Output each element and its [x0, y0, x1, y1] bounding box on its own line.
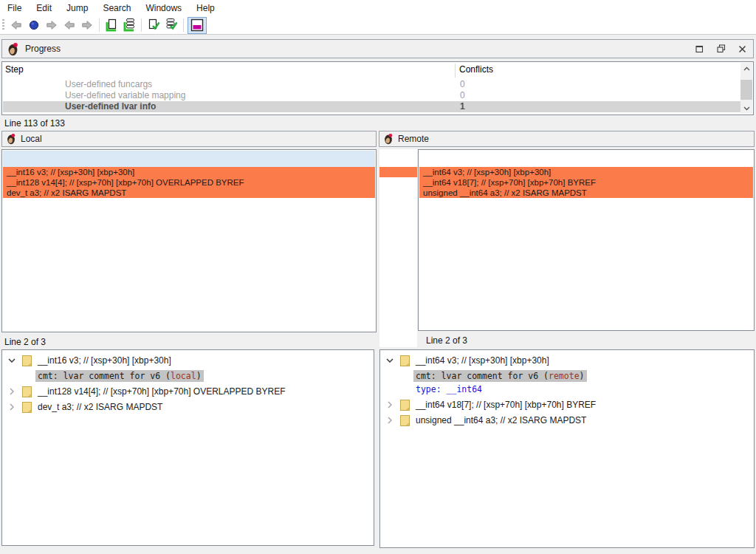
scroll-down-button[interactable] — [740, 103, 752, 114]
step-name: User-defined variable mapping — [65, 90, 185, 101]
chevron-right-icon[interactable] — [385, 400, 395, 410]
restore-button[interactable] — [713, 40, 729, 58]
menu-file[interactable]: File — [0, 1, 29, 16]
back-button[interactable] — [8, 17, 24, 33]
merge-view-toggle-button[interactable] — [188, 17, 207, 34]
chevron-down-icon[interactable] — [7, 355, 17, 366]
diff-gutter — [379, 149, 417, 347]
lvar-type-value: type: __int64 — [413, 384, 482, 394]
pane-title-remote: Remote — [398, 134, 429, 144]
chevron-right-icon[interactable] — [385, 415, 395, 425]
tree-item[interactable]: __int64 v18[7]; // [xsp+70h] [xbp+70h] B… — [380, 397, 753, 412]
tree-item[interactable]: unsigned __int64 a3; // x2 ISARG MAPDST — [380, 413, 753, 428]
comment-origin: remote — [549, 371, 580, 381]
remote-code-panel[interactable]: __int64 v3; // [xsp+30h] [xbp+30h] __int… — [418, 149, 755, 331]
use-local-all-button[interactable] — [121, 17, 137, 33]
tree-item-label: __int64 v18[7]; // [xsp+70h] [xbp+70h] B… — [416, 400, 596, 410]
folder-icon — [400, 355, 410, 366]
next-conflict-button[interactable] — [79, 17, 95, 33]
table-row[interactable]: User-defined variable mapping 0 — [3, 90, 741, 101]
forward-button[interactable] — [44, 17, 60, 33]
ida-merge-window: File Edit Jump Search Windows Help — [0, 0, 756, 554]
toolbar-separator — [99, 18, 100, 32]
column-header-conflicts[interactable]: Conflicts — [459, 64, 493, 75]
folder-icon — [22, 355, 32, 366]
toolbar-drag-handle[interactable] — [2, 19, 4, 31]
local-pane-header: Local — [1, 131, 377, 147]
scrollbar-thumb[interactable] — [740, 80, 752, 100]
menu-bar: File Edit Jump Search Windows Help — [0, 0, 756, 16]
document-icon — [104, 18, 119, 33]
scroll-up-button[interactable] — [740, 63, 752, 74]
folder-icon — [22, 402, 32, 413]
tree-detail-cmt[interactable]: cmt: lvar comment for v6 (remote) — [380, 369, 753, 383]
conflict-code-line[interactable]: unsigned __int64 a3; // x2 ISARG MAPDST — [419, 188, 753, 198]
tree-item[interactable]: __int16 v3; // [xsp+30h] [xbp+30h] — [2, 353, 373, 368]
menu-jump[interactable]: Jump — [59, 1, 95, 16]
column-header-step[interactable]: Step — [5, 64, 24, 75]
menu-help[interactable]: Help — [189, 1, 222, 16]
menu-windows[interactable]: Windows — [138, 1, 189, 16]
tree-item-label: unsigned __int64 a3; // x2 ISARG MAPDST — [416, 415, 586, 425]
local-code-panel[interactable]: __int16 v3; // [xsp+30h] [xbp+30h] __int… — [1, 149, 377, 332]
arrow-right-icon — [80, 19, 94, 31]
merge-steps-table: Step Conflicts User-defined funcargs 0 U… — [1, 61, 754, 115]
chevron-up-icon — [743, 66, 750, 71]
comment-origin: local — [171, 371, 196, 381]
step-name: User-defined funcargs — [65, 79, 152, 90]
maximize-button[interactable] — [691, 40, 707, 58]
tree-item[interactable]: dev_t a3; // x2 ISARG MAPDST — [2, 400, 373, 414]
table-row-selected[interactable]: User-defined lvar info 1 — [3, 101, 741, 112]
toolbar — [0, 16, 756, 35]
tree-detail-cmt[interactable]: cmt: lvar comment for v6 (local) — [2, 369, 373, 383]
conflict-code-line[interactable]: __int16 v3; // [xsp+30h] [xbp+30h] — [3, 167, 375, 177]
chevron-right-icon[interactable] — [7, 386, 17, 397]
document-stack-icon — [122, 18, 137, 33]
tree-item[interactable]: __int128 v14[4]; // [xsp+70h] [xbp+70h] … — [2, 384, 373, 399]
arrow-left-icon — [63, 19, 76, 31]
maximize-icon — [695, 45, 704, 53]
conflict-marker[interactable] — [379, 167, 417, 177]
use-remote-all-button[interactable] — [163, 17, 179, 33]
table-scrollbar[interactable] — [740, 63, 752, 114]
ida-mascot-icon — [7, 42, 19, 56]
menu-search[interactable]: Search — [95, 1, 138, 16]
menu-edit[interactable]: Edit — [29, 1, 59, 16]
conflict-code-line[interactable]: __int128 v14[4]; // [xsp+70h] [xbp+70h] … — [3, 177, 375, 188]
table-row[interactable]: User-defined funcargs 0 — [3, 79, 741, 90]
conflict-count: 1 — [460, 101, 465, 112]
pane-title-local: Local — [21, 134, 42, 144]
tree-detail-type[interactable]: type: __int64 — [380, 383, 753, 395]
folder-icon — [22, 386, 32, 397]
window-title: Progress — [25, 44, 61, 54]
conflict-code-line[interactable]: dev_t a3; // x2 ISARG MAPDST — [3, 188, 375, 198]
tree-item[interactable]: __int64 v3; // [xsp+30h] [xbp+30h] — [380, 353, 753, 368]
toolbar-separator — [183, 18, 184, 32]
arrow-left-icon — [10, 19, 23, 31]
conflict-code-line[interactable]: __int64 v3; // [xsp+30h] [xbp+30h] — [419, 167, 753, 177]
toolbar-separator — [141, 18, 142, 32]
column-separator — [455, 64, 456, 78]
conflict-code-line[interactable]: __int64 v18[7]; // [xsp+70h] [xbp+70h] B… — [419, 177, 753, 188]
progress-title-bar: Progress — [1, 39, 754, 58]
step-name: User-defined lvar info — [65, 101, 156, 112]
document-stack-check-icon — [164, 18, 179, 33]
ida-mascot-icon — [383, 133, 394, 145]
close-button[interactable] — [734, 40, 750, 58]
arrow-right-icon — [45, 19, 58, 31]
use-local-button[interactable] — [103, 17, 120, 33]
restore-icon — [717, 44, 726, 53]
use-remote-button[interactable] — [145, 17, 162, 33]
prev-conflict-button[interactable] — [61, 17, 78, 33]
line-status-remote: Line 2 of 3 — [426, 335, 467, 346]
conflict-count: 0 — [460, 90, 465, 101]
folder-icon — [400, 415, 410, 426]
tree-item-label: dev_t a3; // x2 ISARG MAPDST — [38, 402, 162, 412]
line-status-local: Line 2 of 3 — [4, 337, 46, 347]
chevron-right-icon[interactable] — [7, 402, 17, 412]
position-button[interactable] — [26, 17, 42, 33]
record-dot-icon — [28, 19, 40, 31]
current-line-highlight[interactable] — [3, 151, 375, 167]
chevron-down-icon — [743, 106, 750, 111]
chevron-down-icon[interactable] — [385, 355, 395, 366]
